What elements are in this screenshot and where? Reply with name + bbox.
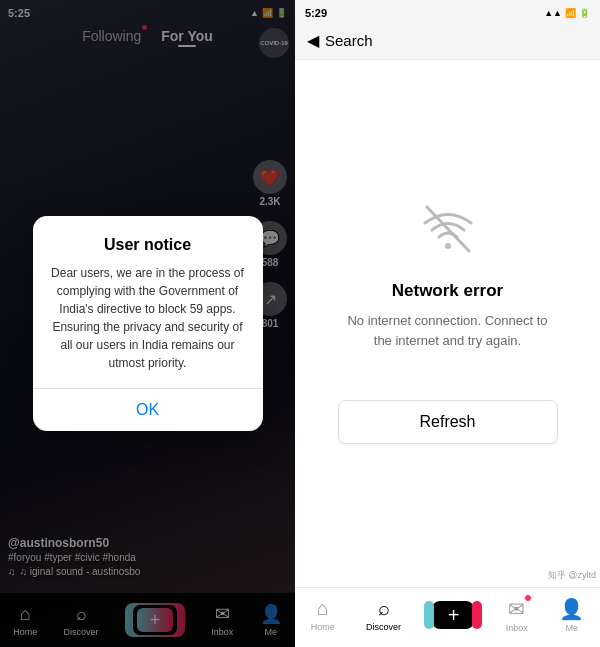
network-error-content: Network error No internet connection. Co…	[295, 60, 600, 587]
right-phone-panel: 5:29 ▲▲ 📶 🔋 ◀ Search Network error	[295, 0, 600, 647]
right-nav-discover[interactable]: ⌕ Discover	[366, 597, 401, 632]
dialog-overlay: User notice Dear users, we are in the pr…	[0, 0, 295, 647]
right-discover-label: Discover	[366, 622, 401, 632]
right-home-label: Home	[311, 622, 335, 632]
dialog-title: User notice	[51, 236, 245, 254]
left-phone-panel: EL ONLY 5:25 ▲ 📶 🔋 Following For You COV…	[0, 0, 295, 647]
right-nav-home[interactable]: ⌂ Home	[311, 597, 335, 632]
inbox-notification-dot	[524, 594, 532, 602]
no-wifi-icon	[413, 193, 483, 263]
right-create-button[interactable]: +	[432, 601, 474, 629]
right-me-label: Me	[565, 623, 578, 633]
right-time: 5:29	[305, 7, 327, 19]
dialog-body: Dear users, we are in the process of com…	[51, 264, 245, 372]
right-nav-inbox[interactable]: ✉ Inbox	[506, 597, 528, 633]
refresh-button[interactable]: Refresh	[338, 400, 558, 444]
right-status-bar: 5:29 ▲▲ 📶 🔋	[295, 0, 600, 22]
user-notice-dialog: User notice Dear users, we are in the pr…	[33, 216, 263, 431]
right-bottom-nav: ⌂ Home ⌕ Discover + ✉ Inbox 👤 Me	[295, 587, 600, 647]
back-icon[interactable]: ◀	[307, 31, 319, 50]
svg-point-0	[445, 243, 451, 249]
error-title: Network error	[392, 281, 503, 301]
right-nav-me[interactable]: 👤 Me	[559, 597, 584, 633]
right-inbox-icon: ✉	[508, 597, 525, 621]
right-home-icon: ⌂	[317, 597, 329, 620]
watermark: 知乎 @zyltd	[548, 569, 596, 582]
right-me-icon: 👤	[559, 597, 584, 621]
right-inbox-label: Inbox	[506, 623, 528, 633]
right-nav-create[interactable]: +	[432, 601, 474, 629]
right-plus-icon: +	[448, 605, 460, 625]
right-top-bar: ◀ Search	[295, 22, 600, 60]
right-status-icons: ▲▲ 📶 🔋	[544, 8, 590, 18]
error-desc: No internet connection. Connect to the i…	[338, 311, 558, 350]
search-label: Search	[325, 32, 373, 49]
dialog-ok-button[interactable]: OK	[51, 389, 245, 431]
right-discover-icon: ⌕	[378, 597, 390, 620]
